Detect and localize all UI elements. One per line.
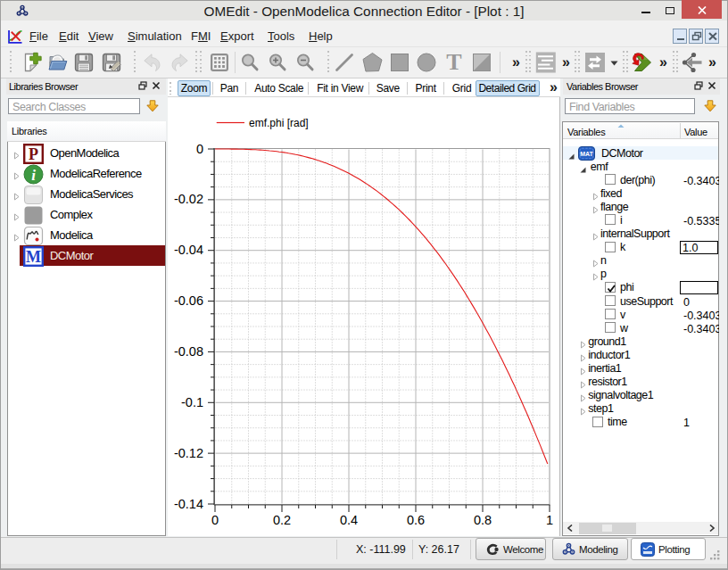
svg-text:0.6: 0.6 bbox=[407, 513, 425, 527]
svg-text:M: M bbox=[26, 248, 41, 266]
svg-text:0.4: 0.4 bbox=[340, 513, 358, 527]
svg-text:-0.1: -0.1 bbox=[181, 395, 203, 409]
svg-text:0.2: 0.2 bbox=[273, 513, 291, 527]
svg-text:-0.08: -0.08 bbox=[174, 344, 203, 359]
svg-text:-0.04: -0.04 bbox=[174, 243, 203, 257]
svg-text:i: i bbox=[31, 167, 36, 184]
svg-text:P: P bbox=[29, 145, 38, 163]
svg-text:MAT: MAT bbox=[580, 151, 593, 157]
svg-text:-0.06: -0.06 bbox=[174, 293, 203, 308]
svg-text:0.8: 0.8 bbox=[474, 513, 492, 527]
svg-text:1: 1 bbox=[546, 513, 553, 527]
svg-text:0: 0 bbox=[196, 142, 203, 156]
svg-text:-0.14: -0.14 bbox=[174, 497, 203, 511]
svg-text:T: T bbox=[446, 52, 461, 73]
svg-text:0: 0 bbox=[211, 513, 219, 527]
svg-text:-0.02: -0.02 bbox=[174, 192, 203, 206]
svg-text:emf.phi [rad]: emf.phi [rad] bbox=[249, 117, 309, 129]
svg-text:-0.12: -0.12 bbox=[174, 446, 203, 460]
